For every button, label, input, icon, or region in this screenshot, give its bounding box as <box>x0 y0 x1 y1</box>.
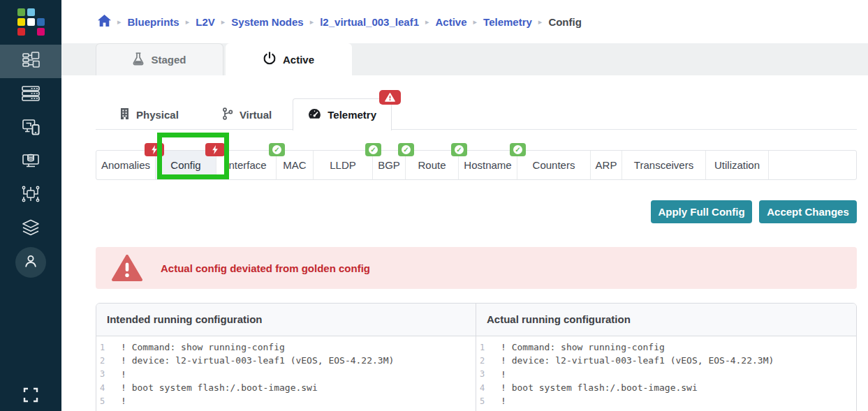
tab-label: Virtual <box>240 109 272 121</box>
tab-telemetry[interactable]: Telemetry <box>293 98 392 130</box>
tab-virtual[interactable]: Virtual <box>207 99 286 130</box>
logo-square-magenta <box>37 28 45 36</box>
telemetry-tab-utilization[interactable]: Utilization <box>706 151 769 179</box>
line-number: 2 <box>96 356 117 366</box>
config-line: 3! <box>96 368 476 381</box>
view-tab-row: PhysicalVirtualTelemetry <box>61 75 868 130</box>
breadcrumb-link-l2-virtual-003-leaf1[interactable]: l2_virtual_003_leaf1 <box>320 16 419 28</box>
breadcrumb-separator: ▸ <box>117 17 122 27</box>
telemetry-tab-interface[interactable]: Interface✓ <box>216 151 277 179</box>
action-buttons: Apply Full Config Accept Changes <box>61 200 857 223</box>
accept-changes-button[interactable]: Accept Changes <box>759 200 857 223</box>
line-number: 5 <box>476 396 496 406</box>
breadcrumb-separator: ▸ <box>538 17 543 27</box>
breadcrumb-separator: ▸ <box>310 17 314 27</box>
breadcrumb-link-telemetry[interactable]: Telemetry <box>483 16 532 28</box>
telemetry-tab-route[interactable]: Route✓ <box>406 151 459 179</box>
fullscreen-icon[interactable] <box>23 387 38 405</box>
logo-square-skyblue <box>27 8 35 16</box>
tab-active[interactable]: Active <box>226 43 352 75</box>
tab-label: Interface <box>226 159 266 171</box>
alert-message: Actual config deviated from golden confi… <box>161 262 370 274</box>
line-text: ! <box>121 396 126 406</box>
line-number: 4 <box>96 383 117 393</box>
home-breadcrumb-link[interactable] <box>98 15 111 29</box>
avatar <box>15 247 46 278</box>
sidebar-item-user[interactable] <box>0 246 61 279</box>
sidebar-item-design[interactable] <box>0 112 61 145</box>
breadcrumb-separator: ▸ <box>473 17 478 27</box>
check-icon: ✓ <box>402 145 411 154</box>
line-number: 1 <box>476 343 496 352</box>
breadcrumb-link-blueprints[interactable]: Blueprints <box>128 16 179 28</box>
tab-physical[interactable]: Physical <box>105 99 193 130</box>
line-text: ! device: l2-virtual-003-leaf1 (vEOS, EO… <box>121 355 394 366</box>
check-icon: ✓ <box>455 145 464 154</box>
success-badge: ✓ <box>269 143 285 156</box>
tab-label: Route <box>418 159 446 171</box>
success-badge: ✓ <box>365 143 381 156</box>
logo-square-blue <box>37 18 45 26</box>
blueprints-icon <box>22 51 41 72</box>
sidebar-item-resources[interactable] <box>0 145 61 179</box>
line-number: 1 <box>96 343 117 352</box>
line-text: ! <box>121 369 126 380</box>
warning-triangle-icon <box>112 255 142 281</box>
telemetry-tab-counters[interactable]: Counters <box>517 151 591 179</box>
line-text: ! boot system flash:/.boot-image.swi <box>501 382 698 393</box>
actual-config-panel: Actual running configuration 1! Command:… <box>476 304 856 411</box>
line-text: ! boot system flash:/.boot-image.swi <box>121 382 318 393</box>
tab-label: Anomalies <box>101 159 150 171</box>
breadcrumb-link-l2v[interactable]: L2V <box>196 16 215 28</box>
sidebar-item-platform[interactable] <box>0 212 61 246</box>
logo-square-yellow <box>17 18 25 26</box>
breadcrumb-link-active[interactable]: Active <box>436 16 467 28</box>
tab-label: Staged <box>151 54 186 66</box>
breadcrumb-separator: ▸ <box>425 17 429 27</box>
tab-label: LLDP <box>330 159 356 171</box>
config-line: 6daemon AosEosProxySdkAgent <box>96 408 476 411</box>
sidebar-nav <box>0 45 61 279</box>
line-number: 5 <box>96 396 117 406</box>
external-systems-icon <box>21 185 41 206</box>
tab-staged[interactable]: Staged <box>96 43 223 75</box>
telemetry-tab-lldp[interactable]: LLDP✓ <box>314 151 373 179</box>
success-badge: ✓ <box>510 143 526 156</box>
config-line: 1! Command: show running-config <box>96 341 476 354</box>
config-line: 3! <box>476 368 856 381</box>
sidebar-item-devices[interactable] <box>0 78 61 112</box>
breadcrumb-link-system-nodes[interactable]: System Nodes <box>231 16 303 28</box>
sidebar-item-blueprints[interactable] <box>0 45 61 78</box>
line-number: 2 <box>476 356 496 366</box>
tab-label: Active <box>283 54 314 66</box>
config-diff: Intended running configuration 1! Comman… <box>96 303 857 411</box>
logo-square-green <box>17 8 25 16</box>
telemetry-tab-anomalies[interactable]: Anomalies <box>96 151 156 179</box>
breadcrumb-current: Config <box>548 16 581 28</box>
sidebar <box>0 0 61 411</box>
telemetry-tab-arp[interactable]: ARP <box>591 151 622 179</box>
telemetry-tab-config[interactable]: Config <box>156 151 216 179</box>
apstra-logo <box>15 6 46 36</box>
apply-full-config-button[interactable]: Apply Full Config <box>651 200 752 223</box>
actual-config-title: Actual running configuration <box>476 304 856 336</box>
error-badge <box>145 143 164 156</box>
telemetry-tab-transceivers[interactable]: Transceivers <box>622 151 706 179</box>
config-line: 4! boot system flash:/.boot-image.swi <box>96 381 476 394</box>
home-icon <box>98 15 111 29</box>
breadcrumb: ▸Blueprints▸L2V▸System Nodes▸l2_virtual_… <box>61 0 868 43</box>
tab-label: Hostname <box>464 159 511 171</box>
intended-config-body: 1! Command: show running-config2! device… <box>96 336 476 411</box>
config-line: 4! boot system flash:/.boot-image.swi <box>476 381 856 394</box>
main-content: ▸Blueprints▸L2V▸System Nodes▸l2_virtual_… <box>61 0 868 411</box>
branch-icon <box>222 107 233 122</box>
sidebar-item-external-systems[interactable] <box>0 179 61 212</box>
breadcrumb-separator: ▸ <box>186 17 190 27</box>
check-icon: ✓ <box>369 145 378 154</box>
line-text: ! <box>501 369 506 380</box>
tab-label: Physical <box>136 109 179 121</box>
telemetry-tab-row: AnomaliesConfigInterface✓MACLLDP✓BGP✓Rou… <box>96 150 857 180</box>
line-text: ! <box>501 396 506 406</box>
telemetry-tab-hostname[interactable]: Hostname✓ <box>459 151 517 179</box>
config-line: 1! Command: show running-config <box>476 341 856 354</box>
